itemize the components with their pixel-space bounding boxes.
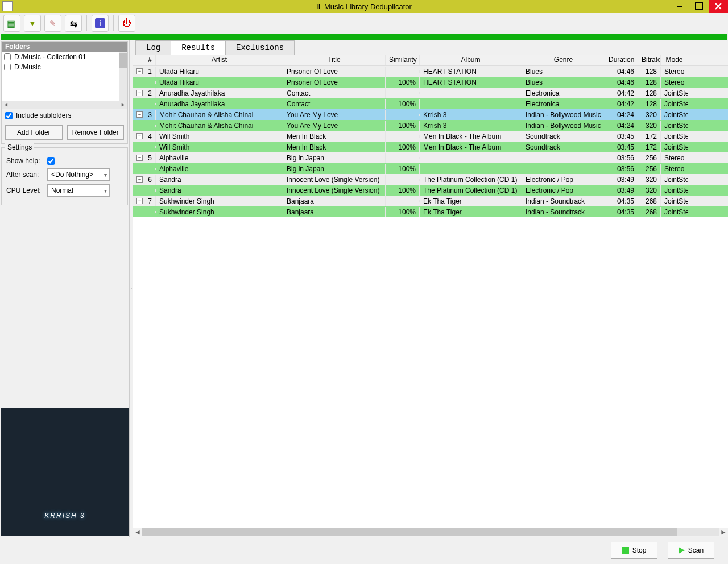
cell-similarity: 100% [386,77,420,88]
cell-duration: 04:46 [605,77,638,88]
include-subfolders-checkbox[interactable] [5,112,13,119]
after-scan-dropdown[interactable]: <Do Nothing> [47,168,110,181]
info-button[interactable]: i [92,15,109,32]
cell-mode: Stereo [661,153,688,163]
scroll-right-icon[interactable]: ► [119,101,127,109]
power-button[interactable] [118,15,135,32]
col-duration[interactable]: Duration [605,55,638,65]
table-row[interactable]: − 2 Anuradha Jayathilaka Contact Electro… [133,88,728,98]
after-scan-label: After scan: [6,171,43,179]
collapse-icon[interactable]: − [136,176,143,183]
folder-item[interactable]: D:/Music - Collection 01 [2,52,127,62]
shuffle-button[interactable] [65,15,82,32]
col-mode[interactable]: Mode [661,55,688,65]
col-artist[interactable]: Artist [156,55,283,65]
table-row[interactable]: Sandra Innocent Love (Single Version) 10… [133,185,728,196]
collapse-icon[interactable]: − [136,111,143,118]
table-row[interactable]: − 6 Sandra Innocent Love (Single Version… [133,174,728,185]
folder-checkbox[interactable] [4,64,11,70]
table-row[interactable]: − 4 Will Smith Men In Black Men In Black… [133,131,728,142]
table-row[interactable]: Alphaville Big in Japan 100% 03:56 256 S… [133,163,728,174]
cpu-level-label: CPU Level: [6,186,43,194]
minimize-button[interactable] [670,0,689,13]
table-row[interactable]: Mohit Chauhan & Alisha Chinai You Are My… [133,120,728,131]
add-folder-button[interactable]: Add Folder [5,125,63,140]
horizontal-scrollbar[interactable]: ◄ ► [133,528,728,537]
cell-duration: 03:56 [605,153,638,163]
scroll-left-icon[interactable]: ◄ [2,101,10,109]
col-title[interactable]: Title [283,55,386,65]
scan-library-button[interactable] [3,15,20,32]
cell-genre: Indian - Bollywood Music [522,121,605,131]
tab-results[interactable]: Results [171,40,226,55]
folders-list[interactable]: D:/Music - Collection 01D:/Music [2,52,127,101]
table-row[interactable]: − 5 Alphaville Big in Japan 03:56 256 St… [133,152,728,163]
cell-duration: 03:45 [605,142,638,152]
clean-button[interactable] [44,15,61,32]
tab-log[interactable]: Log [135,40,171,55]
cell-mode: JointStereo [661,185,688,196]
close-button[interactable] [709,0,728,13]
col-similarity[interactable]: Similarity [386,55,420,65]
settings-legend: Settings [5,143,34,151]
scroll-right-icon[interactable]: ► [719,528,728,536]
stop-button[interactable]: Stop [611,542,657,559]
cell-genre: Blues [522,77,605,88]
cell-artist: Alphaville [156,164,283,174]
collapse-icon[interactable]: − [136,198,143,204]
title-bar: IL Music Library Deduplicator [0,0,728,13]
cell-num [143,189,156,192]
cell-title: Contact [283,99,386,109]
results-table: # Artist Title Similarity Album Genre Du… [133,55,728,528]
cell-num: 7 [143,196,156,206]
cell-genre: Electronica [522,99,605,109]
scroll-left-icon[interactable]: ◄ [133,528,142,536]
remove-folder-button[interactable]: Remove Folder [67,125,125,140]
col-genre[interactable]: Genre [522,55,605,65]
table-row[interactable]: − 7 Sukhwinder Singh Banjaara Ek Tha Tig… [133,196,728,206]
collapse-icon[interactable]: − [136,133,143,139]
info-icon: i [95,18,105,28]
table-row[interactable]: Will Smith Men In Black 100% Men In Blac… [133,142,728,152]
col-expand[interactable] [133,55,143,65]
cell-bitrate: 256 [638,164,661,174]
table-row[interactable]: − 1 Utada Hikaru Prisoner Of Love HEART … [133,66,728,77]
col-bitrate[interactable]: Bitrate [638,55,661,65]
col-num[interactable]: # [143,55,156,65]
show-help-checkbox[interactable] [47,157,55,165]
folder-checkbox[interactable] [4,53,11,60]
cell-num: 6 [143,175,156,185]
collapse-icon[interactable]: − [136,90,143,96]
left-pane: Folders D:/Music - Collection 01D:/Music… [0,40,130,537]
folders-vertical-scrollbar[interactable] [119,52,127,101]
cell-artist: Alphaville [156,153,283,163]
collapse-icon[interactable]: − [136,155,143,161]
cell-title: You Are My Love [283,121,386,131]
tab-exclusions[interactable]: Exclusions [225,40,295,55]
cpu-level-dropdown[interactable]: Normal [47,184,110,197]
cell-duration: 03:49 [605,185,638,196]
toolbar-separator [86,15,87,31]
table-header: # Artist Title Similarity Album Genre Du… [133,55,728,66]
table-row[interactable]: Utada Hikaru Prisoner Of Love 100% HEART… [133,77,728,88]
col-album[interactable]: Album [420,55,522,65]
table-row[interactable]: − 3 Mohit Chauhan & Alisha Chinai You Ar… [133,109,728,120]
cell-similarity [386,157,420,159]
cell-genre: Soundtrack [522,142,605,152]
scan-button[interactable]: Scan [668,542,714,559]
power-icon [122,18,131,28]
cell-duration: 03:56 [605,164,638,174]
cell-mode: Stereo [661,77,688,88]
cell-mode: JointStereo [661,175,688,185]
cell-album [420,157,522,159]
folders-horizontal-scrollbar[interactable]: ◄ ► [2,101,127,109]
collapse-icon[interactable]: − [136,68,143,74]
maximize-button[interactable] [689,0,709,13]
brush-icon [49,19,56,28]
folder-item[interactable]: D:/Music [2,62,127,72]
cell-mode: Stereo [661,164,688,174]
filter-button[interactable] [24,15,41,32]
table-row[interactable]: Anuradha Jayathilaka Contact 100% Electr… [133,98,728,109]
table-row[interactable]: Sukhwinder Singh Banjaara 100% Ek Tha Ti… [133,206,728,217]
cell-num: 3 [143,110,156,120]
